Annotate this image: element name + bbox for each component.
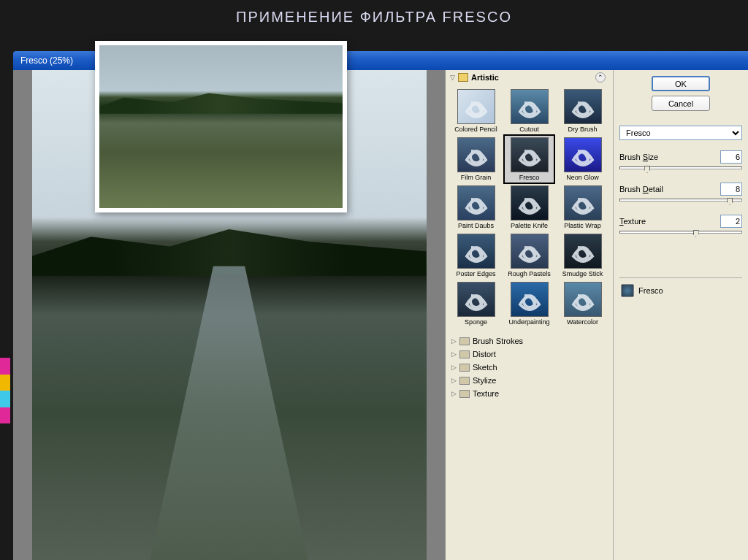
expand-icon: ▷	[451, 377, 457, 384]
thumb-label: Dry Brush	[560, 126, 606, 133]
thumb-icon	[564, 137, 602, 172]
filter-thumb-paint-daubs[interactable]: Paint Daubs	[451, 184, 500, 231]
category-label: Stylize	[473, 376, 496, 385]
expand-button[interactable]: ⌃	[595, 72, 606, 83]
filter-thumb-smudge-stick[interactable]: Smudge Stick	[558, 232, 607, 279]
category-label: Artistic	[471, 73, 499, 82]
thumb-icon	[457, 89, 495, 124]
collapse-icon: ▽	[450, 74, 455, 81]
thumb-label: Cutout	[506, 126, 552, 133]
slider-thumb[interactable]	[644, 166, 650, 173]
thumb-label: Sponge	[453, 318, 499, 326]
thumb-icon	[511, 185, 549, 220]
category-row-distort[interactable]: ▷Distort	[446, 348, 613, 361]
param-slider[interactable]	[619, 166, 742, 169]
folder-open-icon	[458, 73, 468, 82]
expand-icon: ▷	[451, 337, 457, 345]
filter-thumb-underpainting[interactable]: Underpainting	[505, 280, 554, 327]
thumb-icon	[564, 282, 602, 317]
thumb-icon	[457, 137, 495, 172]
thumb-label: Underpainting	[506, 318, 552, 326]
original-photo-overlay	[95, 41, 347, 212]
folder-icon	[459, 364, 470, 372]
category-row-stylize[interactable]: ▷Stylize	[446, 374, 613, 387]
thumb-icon	[564, 234, 602, 269]
slider-thumb[interactable]	[693, 230, 699, 237]
filter-thumb-neon-glow[interactable]: Neon Glow	[558, 136, 607, 183]
folder-icon	[459, 350, 470, 358]
thumb-label: Watercolor	[560, 318, 606, 326]
category-label: Brush Strokes	[473, 337, 523, 345]
thumb-label: Neon Glow	[560, 174, 606, 181]
thumb-icon	[511, 234, 549, 269]
thumb-label: Palette Knife	[506, 222, 552, 229]
param-input[interactable]	[720, 183, 742, 196]
thumb-label: Poster Edges	[453, 270, 499, 277]
param-input[interactable]	[720, 150, 742, 164]
expand-icon: ▷	[451, 350, 457, 358]
folder-icon	[459, 377, 470, 385]
category-row-sketch[interactable]: ▷Sketch	[446, 361, 613, 374]
filter-thumb-plastic-wrap[interactable]: Plastic Wrap	[558, 184, 607, 231]
param-label: Brush Size	[619, 153, 658, 161]
expand-icon: ▷	[451, 364, 457, 371]
thumb-label: Smudge Stick	[560, 270, 606, 277]
filter-thumb-fresco[interactable]: Fresco	[505, 136, 554, 183]
ok-button[interactable]: OK	[652, 76, 710, 91]
slide-title: ПРИМЕНЕНИЕ ФИЛЬТРА FRESCO	[0, 0, 748, 39]
category-label: Texture	[473, 389, 499, 398]
thumb-label: Paint Daubs	[453, 222, 499, 229]
thumb-icon	[457, 282, 495, 317]
filter-list-panel: ▽ Artistic ⌃ Colored PencilCutoutDry Bru…	[445, 70, 613, 560]
filter-thumb-rough-pastels[interactable]: Rough Pastels	[505, 232, 554, 279]
param-slider[interactable]	[619, 231, 742, 234]
thumb-icon	[511, 89, 549, 124]
filter-thumb-film-grain[interactable]: Film Grain	[451, 136, 500, 183]
thumb-icon	[457, 234, 495, 269]
filter-name-dropdown[interactable]: Fresco	[619, 126, 742, 140]
effect-layer-item[interactable]: Fresco	[619, 283, 742, 299]
cancel-button[interactable]: Cancel	[652, 96, 710, 111]
expand-icon: ▷	[451, 390, 457, 397]
thumb-label: Plastic Wrap	[560, 222, 606, 229]
thumb-icon	[457, 185, 495, 220]
thumb-icon	[564, 185, 602, 220]
param-brush-detail: Brush Detail	[619, 183, 742, 196]
original-photo	[99, 45, 343, 208]
thumb-label: Film Grain	[453, 174, 499, 181]
filter-thumb-watercolor[interactable]: Watercolor	[558, 280, 607, 327]
param-input[interactable]	[720, 215, 742, 228]
param-label: Brush Detail	[619, 185, 663, 193]
param-slider[interactable]	[619, 199, 742, 202]
thumb-icon	[511, 137, 549, 172]
effect-layer-label: Fresco	[638, 286, 663, 295]
thumb-icon	[511, 282, 549, 317]
filter-thumb-colored-pencil[interactable]: Colored Pencil	[451, 88, 500, 134]
window-title: Fresco (25%)	[20, 55, 73, 66]
settings-panel: OK Cancel Fresco Brush SizeBrush DetailT…	[613, 70, 748, 560]
thumb-label: Colored Pencil	[453, 126, 499, 133]
folder-icon	[459, 390, 470, 398]
effect-layers-list: Fresco	[619, 277, 742, 299]
thumb-icon	[564, 89, 602, 124]
color-tab-decoration	[0, 358, 10, 423]
category-label: Distort	[473, 350, 496, 358]
filter-thumb-poster-edges[interactable]: Poster Edges	[451, 232, 500, 279]
category-row-texture[interactable]: ▷Texture	[446, 387, 613, 400]
category-header-artistic[interactable]: ▽ Artistic ⌃	[446, 70, 613, 85]
filter-thumbnails-grid: Colored PencilCutoutDry BrushFilm GrainF…	[446, 85, 613, 330]
category-label: Sketch	[473, 363, 497, 372]
filter-thumb-cutout[interactable]: Cutout	[505, 88, 554, 134]
category-list: ▷Brush Strokes▷Distort▷Sketch▷Stylize▷Te…	[446, 334, 613, 400]
filter-thumb-sponge[interactable]: Sponge	[451, 280, 500, 327]
category-row-brush-strokes[interactable]: ▷Brush Strokes	[446, 334, 613, 348]
param-label: Texture	[619, 217, 646, 226]
param-texture: Texture	[619, 215, 742, 228]
slider-thumb[interactable]	[727, 198, 733, 205]
filter-thumb-dry-brush[interactable]: Dry Brush	[558, 88, 607, 134]
thumb-label: Rough Pastels	[506, 270, 552, 277]
eye-icon[interactable]	[621, 284, 634, 297]
folder-icon	[459, 337, 470, 345]
param-brush-size: Brush Size	[619, 150, 742, 164]
filter-thumb-palette-knife[interactable]: Palette Knife	[505, 184, 554, 231]
